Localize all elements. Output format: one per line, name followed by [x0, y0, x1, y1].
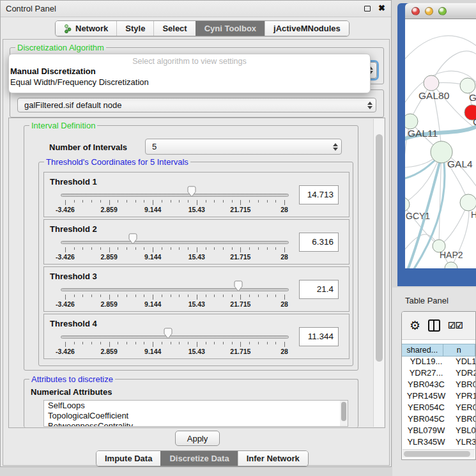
- table-row[interactable]: YDL19...YDL1: [402, 357, 475, 368]
- close-icon[interactable]: ✖: [378, 3, 385, 13]
- horizontal-scrollbar[interactable]: [403, 449, 475, 457]
- table-header-row: shared...n: [402, 344, 475, 357]
- scale-label: 21.715: [230, 348, 250, 355]
- network-node[interactable]: [460, 78, 475, 93]
- table-row[interactable]: YBL079WYBL0: [402, 426, 475, 437]
- tab-discretize-data[interactable]: Discretize Data: [160, 451, 237, 466]
- tab-label: Infer Network: [247, 454, 300, 463]
- attribute-list-item[interactable]: SelfLoops: [44, 401, 348, 411]
- node-label: GAL80: [418, 90, 450, 101]
- slider-track[interactable]: [61, 241, 289, 244]
- network-canvas[interactable]: GAL80GCGAL11GAL4GCY1HHAP2: [405, 19, 476, 268]
- table-row[interactable]: YBR045CYBR0: [402, 414, 475, 426]
- threshold-value-field[interactable]: 14.713: [299, 185, 339, 204]
- node-label: C: [473, 116, 476, 127]
- table-row[interactable]: YLR345WYLR3: [402, 437, 475, 449]
- attribute-list-item[interactable]: BetweennessCentrality: [44, 421, 348, 427]
- minimize-traffic-light-icon[interactable]: [425, 7, 433, 15]
- network-icon: [64, 24, 72, 33]
- tab-label: Cyni Toolbox: [204, 24, 256, 33]
- scale-label: 28: [280, 348, 288, 355]
- attributes-list-scrollbar[interactable]: [340, 401, 348, 426]
- network-node[interactable]: [445, 262, 457, 268]
- table-row[interactable]: YBR043CYBR0: [402, 380, 475, 391]
- cell-name: YDR2: [450, 368, 475, 380]
- table-data-combobox[interactable]: galFiltered.sif default node: [17, 98, 376, 112]
- threshold-slider[interactable]: -3.4262.8599.14415.4321.71528: [61, 331, 289, 358]
- slider-track[interactable]: [61, 194, 289, 197]
- cell-name: YBR0: [450, 414, 475, 426]
- top-tab-bar: NetworkStyleSelectCyni ToolboxjActiveMNo…: [55, 20, 349, 36]
- threshold-slider[interactable]: -3.4262.8599.14415.4321.71528: [61, 284, 289, 311]
- scale-label: 15.43: [188, 348, 205, 355]
- algorithm-option-manual[interactable]: Manual Discretization: [9, 66, 370, 77]
- attribute-list-item[interactable]: TopologicalCoefficient: [44, 411, 348, 421]
- thresholds-group: Threshold's Coordinates for 5 Intervals …: [38, 162, 353, 366]
- tab-label: Impute Data: [105, 454, 152, 463]
- algorithm-option-equal-width[interactable]: Equal Width/Frequency Discretization: [9, 77, 370, 88]
- numerical-attributes-list[interactable]: SelfLoopsTopologicalCoefficientBetweenne…: [43, 400, 348, 427]
- apply-button[interactable]: Apply: [175, 431, 220, 446]
- threshold-slider[interactable]: -3.4262.8599.14415.4321.71528: [61, 236, 289, 263]
- table-row[interactable]: YPR145WYPR1: [402, 391, 475, 403]
- network-node[interactable]: [460, 194, 476, 211]
- tab-impute-data[interactable]: Impute Data: [96, 451, 160, 466]
- threshold-slider[interactable]: -3.4262.8599.14415.4321.71528: [61, 189, 289, 216]
- slider-scale-labels: -3.4262.8599.14415.4321.71528: [65, 348, 284, 355]
- algorithm-placeholder-option[interactable]: Select algorithm to view settings: [9, 54, 370, 66]
- slider-thumb[interactable]: [187, 186, 196, 200]
- network-edge[interactable]: [405, 36, 476, 59]
- scale-label: -3.426: [56, 253, 75, 261]
- numerical-attributes-label: Numerical Attributes: [31, 387, 112, 397]
- close-traffic-light-icon[interactable]: [411, 7, 420, 15]
- cell-name: YER0: [450, 403, 475, 414]
- tab-style[interactable]: Style: [116, 21, 153, 36]
- cell-shared-name: YDL19...: [402, 357, 450, 368]
- column-header-1[interactable]: shared...: [402, 344, 443, 357]
- network-node[interactable]: [424, 75, 439, 91]
- columns-icon[interactable]: [428, 319, 440, 332]
- scale-label: 2.859: [100, 253, 117, 261]
- network-node[interactable]: [405, 114, 418, 129]
- vertical-scrollbar[interactable]: [373, 119, 384, 427]
- tab-network[interactable]: Network: [56, 21, 116, 36]
- slider-ticks: [65, 295, 284, 300]
- slider-track[interactable]: [61, 335, 289, 339]
- slider-thumb[interactable]: [128, 233, 138, 247]
- bottom-tab-bar: Impute DataDiscretize DataInfer Network: [96, 450, 309, 466]
- scale-label: 21.715: [230, 206, 250, 213]
- column-header-2[interactable]: n: [443, 344, 475, 357]
- gear-icon[interactable]: ⚙: [410, 319, 420, 332]
- slider-thumb[interactable]: [164, 328, 173, 342]
- checked-checkboxes-icon[interactable]: ☑☑: [448, 321, 463, 330]
- cell-shared-name: YBR045C: [402, 414, 450, 426]
- cell-shared-name: YLR345W: [402, 437, 450, 449]
- table-row[interactable]: YER054CYER0: [402, 403, 475, 414]
- scrollbar-thumb[interactable]: [376, 134, 383, 362]
- threshold-value-field[interactable]: 11.344: [299, 327, 339, 346]
- table-row[interactable]: YDR27...YDR2: [402, 368, 475, 380]
- table-rows: YDL19...YDL1YDR27...YDR2YBR043CYBR0YPR14…: [402, 357, 475, 459]
- scale-label: 9.144: [144, 300, 161, 308]
- slider-track[interactable]: [61, 288, 289, 291]
- tab-jactivemnodules[interactable]: jActiveMNodules: [265, 21, 349, 36]
- cell-name: YBL0: [450, 426, 475, 437]
- scrollbar-thumb[interactable]: [404, 451, 470, 457]
- node-label: GAL11: [408, 128, 438, 139]
- zoom-traffic-light-icon[interactable]: [438, 7, 447, 15]
- tab-infer-network[interactable]: Infer Network: [238, 451, 308, 466]
- tab-label: Network: [75, 24, 108, 33]
- node-label: GCY1: [406, 211, 430, 221]
- number-of-intervals-combobox[interactable]: 5: [145, 139, 342, 155]
- network-window-titlebar[interactable]: [405, 3, 476, 19]
- tab-select[interactable]: Select: [153, 21, 195, 36]
- scrollbar-thumb[interactable]: [341, 402, 346, 421]
- float-icon[interactable]: [364, 6, 371, 12]
- threshold-value-field[interactable]: 6.316: [299, 233, 339, 252]
- slider-thumb[interactable]: [233, 280, 243, 295]
- tab-cyni-toolbox[interactable]: Cyni Toolbox: [196, 21, 265, 36]
- cell-name: YBR0: [450, 380, 475, 391]
- threshold-row-4: Threshold 4-3.4262.8599.14415.4321.71528…: [43, 314, 349, 359]
- threshold-value-field[interactable]: 21.4: [299, 280, 339, 299]
- cell-name: YDL1: [450, 357, 475, 368]
